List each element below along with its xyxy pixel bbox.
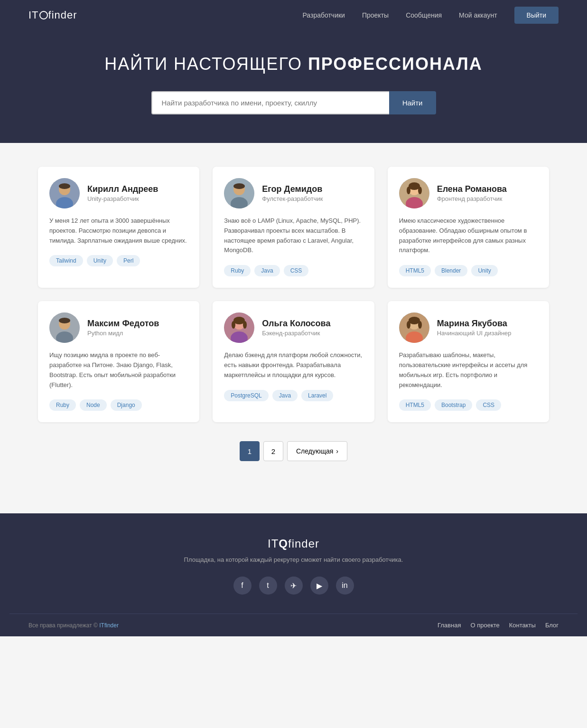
dev-name: Елена Романова: [437, 184, 507, 194]
search-input[interactable]: [151, 91, 389, 114]
avatar: [399, 312, 429, 343]
svg-point-21: [232, 321, 235, 329]
footer-tagline: Площадка, на которой каждый рекрутер смо…: [9, 556, 578, 563]
dev-name: Ольга Колосова: [262, 319, 330, 329]
tag[interactable]: Ruby: [224, 265, 251, 276]
tag[interactable]: Java: [272, 390, 298, 401]
card-header: Елена Романова Фронтенд разработчик: [399, 178, 538, 208]
card-header: Егор Демидов Фулстек-разработчик: [224, 178, 363, 208]
dev-role: Бэкенд-разработчик: [262, 330, 330, 337]
svg-point-22: [243, 321, 247, 329]
svg-point-27: [407, 321, 410, 329]
header: ITfinder Разработчики Проекты Сообщения …: [0, 0, 587, 30]
svg-point-28: [418, 321, 422, 329]
dev-role: Фулстек-разработчик: [262, 195, 323, 202]
dev-card: Кирилл Андреев Unity-разработчик У меня …: [38, 167, 199, 288]
nav-messages[interactable]: Сообщения: [406, 11, 442, 19]
tag[interactable]: CSS: [476, 399, 501, 411]
footer-link-контакты[interactable]: Контакты: [509, 622, 536, 629]
footer: ITQfinder Площадка, на которой каждый ре…: [0, 513, 587, 636]
svg-point-6: [233, 183, 245, 189]
tag[interactable]: Bootstrap: [435, 399, 472, 411]
next-page-button[interactable]: Следующая ›: [287, 441, 347, 461]
footer-link-главная[interactable]: Главная: [438, 622, 461, 629]
logout-button[interactable]: Выйти: [514, 7, 559, 24]
card-header: Марина Якубова Начинающий UI дизайнер: [399, 312, 538, 343]
tag[interactable]: HTML5: [399, 399, 431, 411]
nav-developers[interactable]: Разработчики: [302, 11, 345, 19]
page-btn-2[interactable]: 2: [263, 441, 283, 461]
social-youtube[interactable]: ▶: [310, 577, 328, 595]
tag[interactable]: Laravel: [301, 390, 333, 401]
dev-tags: PostgreSQLJavaLaravel: [224, 390, 363, 401]
main-content: Кирилл Андреев Unity-разработчик У меня …: [0, 143, 587, 513]
footer-logo: ITQfinder: [9, 537, 578, 550]
dev-tags: HTML5BootstrapCSS: [399, 399, 538, 411]
nav-account[interactable]: Мой аккаунт: [459, 11, 497, 19]
dev-tags: TailwindUnityPerl: [49, 255, 188, 266]
dev-card: Марина Якубова Начинающий UI дизайнер Ра…: [388, 301, 549, 422]
social-telegram[interactable]: ✈: [285, 577, 303, 595]
dev-tags: RubyJavaCSS: [224, 265, 363, 276]
svg-point-2: [59, 183, 70, 189]
tag[interactable]: Ruby: [49, 399, 76, 411]
dev-desc: Делаю бэкенд для платформ любой сложност…: [224, 350, 363, 380]
tag[interactable]: PostgreSQL: [224, 390, 268, 401]
social-linkedin[interactable]: in: [336, 577, 354, 595]
developers-grid: Кирилл Андреев Unity-разработчик У меня …: [38, 167, 549, 422]
dev-role: Начинающий UI дизайнер: [437, 330, 512, 337]
page-btn-1[interactable]: 1: [240, 441, 260, 461]
dev-role: Unity-разработчик: [87, 195, 158, 202]
footer-link-блог[interactable]: Блог: [545, 622, 559, 629]
dev-card: Егор Демидов Фулстек-разработчик Знаю вс…: [213, 167, 374, 288]
dev-desc: Имею классическое художественное образов…: [399, 216, 538, 255]
avatar: [399, 178, 429, 208]
card-header: Кирилл Андреев Unity-разработчик: [49, 178, 188, 208]
search-button[interactable]: Найти: [389, 91, 436, 114]
tag[interactable]: Unity: [471, 265, 497, 276]
avatar: [224, 312, 254, 343]
logo: ITfinder: [28, 9, 77, 21]
tag[interactable]: Tailwind: [49, 255, 83, 266]
social-twitter[interactable]: t: [259, 577, 277, 595]
tag[interactable]: Node: [80, 399, 107, 411]
dev-name: Кирилл Андреев: [87, 184, 158, 194]
card-header: Максим Федотов Python мидл: [49, 312, 188, 343]
tag[interactable]: Perl: [117, 255, 140, 266]
dev-desc: Ищу позицию мидла в проекте по веб-разра…: [49, 350, 188, 390]
tag[interactable]: Django: [111, 399, 142, 411]
dev-tags: RubyNodeDjango: [49, 399, 188, 411]
avatar: [49, 312, 80, 343]
tag[interactable]: Unity: [87, 255, 113, 266]
dev-name: Егор Демидов: [262, 184, 323, 194]
tag[interactable]: HTML5: [399, 265, 431, 276]
social-facebook[interactable]: f: [233, 577, 252, 595]
svg-point-12: [418, 187, 422, 194]
tag[interactable]: Java: [254, 265, 280, 276]
social-icons: f t ✈ ▶ in: [9, 577, 578, 595]
card-header: Ольга Колосова Бэкенд-разработчик: [224, 312, 363, 343]
hero-section: НАЙТИ НАСТОЯЩЕГО ПРОФЕССИОНАЛА Найти: [0, 30, 587, 143]
svg-point-16: [59, 318, 70, 323]
dev-name: Максим Федотов: [87, 319, 159, 329]
search-bar: Найти: [151, 91, 436, 114]
footer-copy: Все права принадлежат © ITfinder: [28, 622, 119, 629]
tag[interactable]: Blender: [435, 265, 467, 276]
avatar: [224, 178, 254, 208]
svg-point-11: [407, 187, 410, 194]
dev-card: Максим Федотов Python мидл Ищу позицию м…: [38, 301, 199, 422]
dev-tags: HTML5BlenderUnity: [399, 265, 538, 276]
dev-desc: У меня 12 лет опыта и 3000 завершённых п…: [49, 216, 188, 246]
dev-role: Фронтенд разработчик: [437, 195, 507, 202]
dev-card: Елена Романова Фронтенд разработчик Имею…: [388, 167, 549, 288]
main-nav: Разработчики Проекты Сообщения Мой аккау…: [302, 7, 559, 24]
footer-link-о проекте[interactable]: О проекте: [470, 622, 499, 629]
dev-role: Python мидл: [87, 330, 159, 337]
avatar: [49, 178, 80, 208]
nav-projects[interactable]: Проекты: [362, 11, 389, 19]
footer-brand-link[interactable]: ITfinder: [99, 622, 119, 629]
dev-name: Марина Якубова: [437, 319, 512, 329]
tag[interactable]: CSS: [284, 265, 309, 276]
dev-desc: Знаю всё о LAMP (Linux, Apache, MySQL, P…: [224, 216, 363, 255]
hero-title: НАЙТИ НАСТОЯЩЕГО ПРОФЕССИОНАЛА: [9, 54, 578, 74]
